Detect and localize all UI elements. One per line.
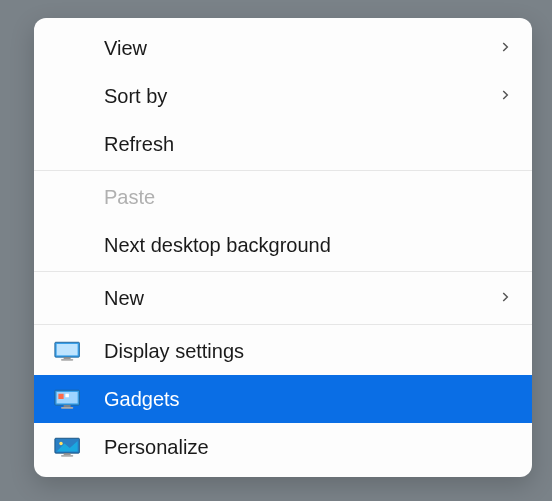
menu-item-refresh[interactable]: Refresh (34, 120, 532, 168)
menu-item-label: Sort by (104, 85, 498, 108)
menu-item-next-desktop-background[interactable]: Next desktop background (34, 221, 532, 269)
menu-separator (34, 170, 532, 171)
menu-item-label: Refresh (104, 133, 512, 156)
chevron-right-icon (498, 288, 512, 309)
svg-rect-14 (61, 455, 73, 457)
svg-rect-1 (57, 344, 78, 355)
personalize-icon (54, 435, 104, 459)
chevron-right-icon (498, 86, 512, 107)
menu-item-personalize[interactable]: Personalize (34, 423, 532, 471)
menu-item-label: Paste (104, 186, 512, 209)
svg-rect-3 (61, 359, 73, 361)
menu-item-gadgets[interactable]: Gadgets (34, 375, 532, 423)
chevron-right-icon (498, 38, 512, 59)
svg-rect-9 (61, 407, 73, 409)
menu-separator (34, 324, 532, 325)
svg-rect-6 (58, 394, 63, 399)
menu-item-label: View (104, 37, 498, 60)
menu-item-sort-by[interactable]: Sort by (34, 72, 532, 120)
svg-rect-8 (64, 405, 71, 407)
menu-item-view[interactable]: View (34, 24, 532, 72)
menu-item-label: New (104, 287, 498, 310)
menu-item-label: Display settings (104, 340, 512, 363)
desktop-context-menu: View Sort by Refresh Paste Next desktop … (34, 18, 532, 477)
svg-rect-2 (64, 357, 71, 359)
menu-item-label: Personalize (104, 436, 512, 459)
svg-rect-13 (64, 453, 71, 455)
menu-separator (34, 271, 532, 272)
menu-item-label: Gadgets (104, 388, 512, 411)
gadgets-icon (54, 387, 104, 411)
menu-item-display-settings[interactable]: Display settings (34, 327, 532, 375)
monitor-icon (54, 339, 104, 363)
menu-item-new[interactable]: New (34, 274, 532, 322)
svg-point-12 (59, 442, 63, 446)
menu-item-label: Next desktop background (104, 234, 512, 257)
menu-item-paste: Paste (34, 173, 532, 221)
svg-rect-7 (65, 394, 69, 398)
